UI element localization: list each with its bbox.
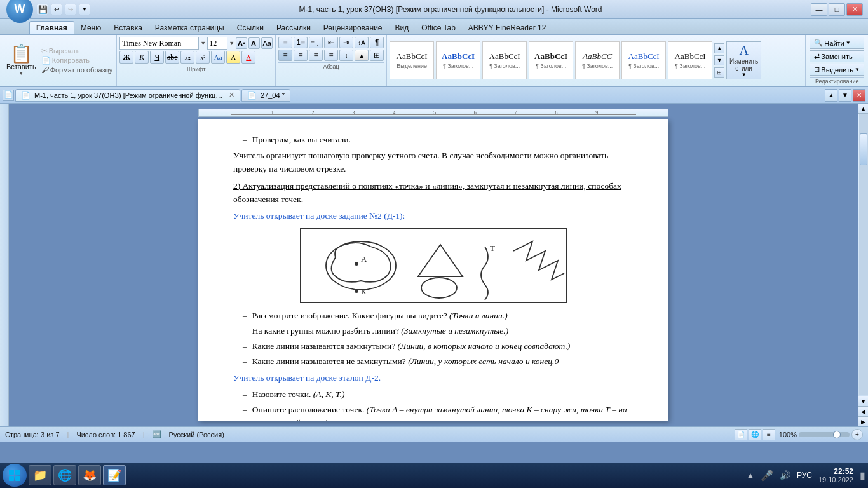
scroll-up-btn[interactable]: ▲ — [858, 104, 869, 114]
borders[interactable]: ⊞ — [370, 50, 384, 61]
bold-button[interactable]: Ж — [119, 51, 133, 64]
style-heading3[interactable]: AaBbCcI ¶ Заголов... — [529, 41, 573, 79]
paste-button[interactable]: 📋 Вставить ▼ — [3, 36, 40, 85]
styles-more[interactable]: ⊞ — [714, 67, 724, 78]
taskbar-ie[interactable]: 🌐 — [53, 465, 76, 485]
font-size-increase[interactable]: A+ — [236, 37, 247, 49]
zoom-percent[interactable]: 100% — [779, 431, 797, 438]
redo-btn[interactable]: ↪ — [65, 4, 76, 15]
replace-button[interactable]: ⇄Заменить — [810, 50, 864, 62]
view-web[interactable]: 🌐 — [749, 429, 761, 440]
tab-layout[interactable]: Разметка страницы — [149, 22, 231, 34]
styles-up[interactable]: ▲ — [714, 43, 724, 53]
view-outline[interactable]: ≡ — [763, 429, 775, 440]
cut-button[interactable]: ✂Вырезать — [41, 46, 113, 55]
next-page-btn[interactable]: ▶ — [858, 416, 869, 426]
close-doc-btn[interactable]: ✕ — [853, 89, 865, 102]
format-painter-button[interactable]: 🖌Формат по образцу — [41, 65, 113, 74]
mic-icon[interactable]: 🎤 — [761, 470, 773, 482]
font-size-arrow[interactable]: ▼ — [229, 40, 234, 46]
tab-home[interactable]: Главная — [29, 21, 74, 34]
justify[interactable]: ≡ — [324, 50, 338, 61]
line-check: – Проверим, как вы считали. — [233, 133, 634, 147]
styles-down[interactable]: ▼ — [714, 55, 724, 65]
italic-button[interactable]: К — [135, 51, 149, 64]
zoom-slider[interactable] — [799, 432, 850, 437]
font-color[interactable]: A — [241, 51, 255, 64]
view-normal[interactable]: 📄 — [735, 429, 747, 440]
tab-office[interactable]: Office Tab — [415, 22, 462, 34]
speaker-icon[interactable]: 🔊 — [780, 470, 790, 480]
font-name-arrow[interactable]: ▼ — [200, 40, 206, 46]
style-heading1[interactable]: AaBbCcI ¶ Заголов... — [436, 41, 480, 79]
second-doc-tab[interactable]: 📄 27_04 * — [241, 89, 290, 102]
doc-icon: 📄 — [3, 90, 14, 101]
tab-menu[interactable]: Меню — [74, 22, 107, 34]
tab-mailings[interactable]: Рассылки — [270, 22, 317, 34]
underline-button[interactable]: Ч — [150, 51, 164, 64]
shading[interactable]: ▲ — [355, 50, 369, 61]
prev-page-btn[interactable]: ◀ — [858, 406, 869, 416]
line-spacing[interactable]: ↕ — [339, 50, 353, 61]
tray-arrow[interactable]: ▲ — [747, 471, 754, 480]
clear-formatting[interactable]: Aa — [261, 37, 273, 49]
maximize-btn[interactable]: □ — [829, 3, 845, 16]
scroll-down-btn[interactable]: ▼ — [858, 396, 869, 406]
style-heading5[interactable]: AaBbCcI ¶ Заголов... — [621, 41, 666, 79]
find-button[interactable]: 🔍Найти▼ — [810, 37, 864, 49]
zoom-thumb[interactable] — [833, 431, 841, 438]
font-name-dropdown[interactable]: Times New Roman — [119, 37, 199, 50]
style-heading6[interactable]: AaBbCcI ¶ Заголов... — [668, 41, 712, 79]
start-button[interactable] — [3, 464, 27, 487]
decrease-indent[interactable]: ⇤ — [324, 37, 338, 48]
doc-tab-close[interactable]: ✕ — [229, 91, 234, 99]
text-effects[interactable]: Aa — [211, 51, 225, 64]
show-formatting[interactable]: ¶ — [370, 37, 384, 48]
tab-references[interactable]: Ссылки — [231, 22, 270, 34]
language[interactable]: Русский (Россия) — [169, 431, 224, 438]
taskbar-word[interactable]: 📝 — [103, 465, 126, 485]
style-normal[interactable]: AaBbCcI Выделение — [390, 41, 434, 79]
tab-review[interactable]: Рецензирование — [317, 22, 389, 34]
sort-btn[interactable]: ↕A — [355, 37, 369, 48]
multilevel-btn[interactable]: ≡⋮ — [309, 37, 323, 48]
increase-indent[interactable]: ⇥ — [339, 37, 353, 48]
taskbar-yandex[interactable]: 🦊 — [78, 465, 101, 485]
zoom-in-btn[interactable]: + — [851, 429, 863, 440]
align-left[interactable]: ≡ — [278, 50, 292, 61]
language-indicator[interactable]: РУС — [797, 471, 812, 480]
customize-btn[interactable]: ▼ — [79, 4, 90, 15]
clock[interactable]: 22:52 19.10.2022 — [818, 467, 853, 484]
font-size-decrease[interactable]: A- — [248, 37, 260, 49]
align-right[interactable]: ≡ — [309, 50, 323, 61]
style-heading2[interactable]: AaBbCcI ¶ Заголов... — [482, 41, 527, 79]
save-quick-btn[interactable]: 💾 — [37, 4, 48, 15]
office-orb[interactable]: W — [6, 0, 33, 23]
superscript-button[interactable]: x² — [196, 51, 210, 64]
scroll-thumb[interactable] — [860, 133, 867, 165]
tab-nav-down[interactable]: ▼ — [839, 89, 851, 102]
tab-abbyy[interactable]: ABBYY FineReader 12 — [462, 22, 553, 34]
style-heading4[interactable]: AaBbCC ¶ Заголов... — [575, 41, 620, 79]
undo-btn[interactable]: ↩ — [51, 4, 62, 15]
spell-icon[interactable]: 🔤 — [153, 430, 161, 438]
active-doc-tab[interactable]: 📄 М-1, часть 1, урок 37(ОНЗ) [Режим огра… — [15, 89, 240, 102]
copy-button[interactable]: 📄Копировать — [41, 56, 113, 65]
select-button[interactable]: ⊡Выделить▼ — [810, 64, 864, 76]
subscript-button[interactable]: x₂ — [180, 51, 194, 64]
taskbar-explorer[interactable]: 📁 — [29, 465, 51, 485]
highlight-color[interactable]: A — [226, 51, 240, 64]
tab-insert[interactable]: Вставка — [107, 22, 149, 34]
scroll-track[interactable] — [859, 114, 868, 395]
show-desktop-btn[interactable]: ▮ — [860, 470, 865, 482]
font-size-input[interactable]: 12 — [207, 37, 227, 50]
strikethrough-button[interactable]: abe — [165, 51, 179, 64]
align-center[interactable]: ≡ — [294, 50, 308, 61]
close-btn[interactable]: ✕ — [846, 3, 863, 16]
tab-nav-up[interactable]: ▲ — [825, 89, 837, 102]
tab-view[interactable]: Вид — [389, 22, 416, 34]
numbering-btn[interactable]: 1≡ — [294, 37, 308, 48]
minimize-btn[interactable]: — — [811, 3, 827, 16]
change-styles-button[interactable]: A Изменить стили ▼ — [726, 41, 761, 79]
bullets-btn[interactable]: ≡ — [278, 37, 292, 48]
